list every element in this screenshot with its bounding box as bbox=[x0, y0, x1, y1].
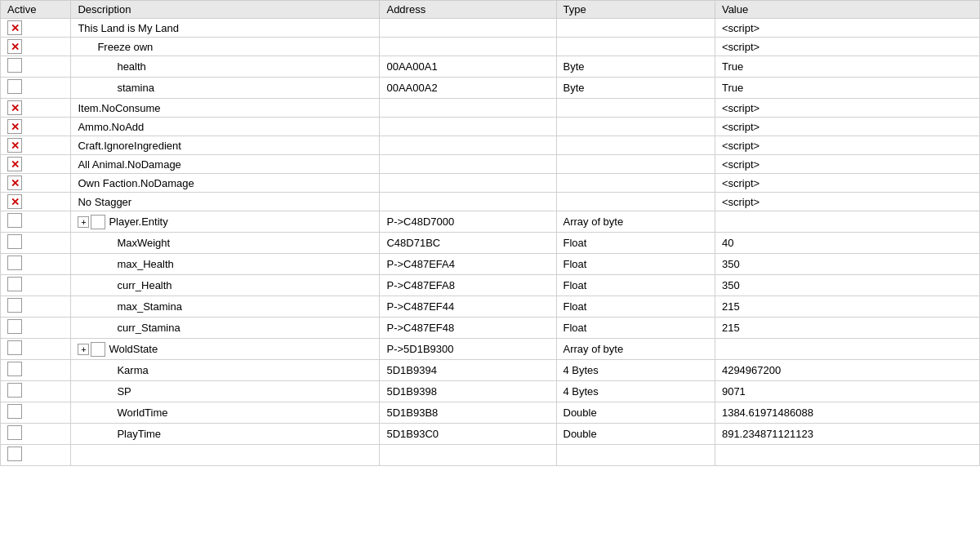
checkbox-unchecked[interactable] bbox=[7, 79, 22, 94]
description-cell: Karma bbox=[71, 360, 380, 381]
value-cell[interactable]: <script> bbox=[715, 118, 979, 136]
value-cell[interactable]: 891.234871121123 bbox=[715, 424, 979, 445]
checkbox-checked[interactable]: ✕ bbox=[7, 119, 22, 134]
description-cell: Own Faction.NoDamage bbox=[71, 174, 380, 193]
active-cell[interactable] bbox=[1, 78, 71, 99]
active-cell[interactable]: ✕ bbox=[1, 38, 71, 56]
active-cell[interactable] bbox=[1, 381, 71, 402]
active-cell[interactable]: ✕ bbox=[1, 174, 71, 193]
table-row: ✕All Animal.NoDamage<script> bbox=[1, 155, 980, 174]
address-cell bbox=[380, 38, 556, 56]
active-cell[interactable]: ✕ bbox=[1, 99, 71, 118]
address-cell: P->5D1B9300 bbox=[380, 339, 556, 360]
active-cell[interactable]: ✕ bbox=[1, 118, 71, 136]
active-cell[interactable] bbox=[1, 318, 71, 339]
table-row: health00AA00A1ByteTrue bbox=[1, 56, 980, 78]
active-cell[interactable] bbox=[1, 360, 71, 381]
value-cell[interactable] bbox=[715, 339, 979, 360]
value-cell[interactable]: 350 bbox=[715, 275, 979, 296]
checkbox-checked[interactable]: ✕ bbox=[7, 194, 22, 209]
description-label: max_Stamina bbox=[117, 300, 181, 313]
expander-button[interactable]: + bbox=[78, 344, 89, 355]
checkbox-checked[interactable]: ✕ bbox=[7, 39, 22, 54]
checkbox-checked[interactable]: ✕ bbox=[7, 176, 22, 190]
value-cell[interactable]: 350 bbox=[715, 254, 979, 275]
value-cell[interactable]: True bbox=[715, 56, 979, 78]
table-row: ✕Item.NoConsume<script> bbox=[1, 99, 980, 118]
header-type: Type bbox=[556, 1, 715, 19]
description-cell: Freeze own bbox=[71, 38, 380, 56]
active-cell[interactable]: ✕ bbox=[1, 155, 71, 174]
checkbox-unchecked[interactable] bbox=[7, 425, 22, 440]
value-cell[interactable]: True bbox=[715, 78, 979, 99]
value-cell[interactable]: <script> bbox=[715, 174, 979, 193]
active-cell[interactable] bbox=[1, 211, 71, 233]
description-label: curr_Health bbox=[117, 279, 172, 291]
checkbox-unchecked[interactable] bbox=[7, 213, 22, 228]
checkbox-unchecked[interactable] bbox=[91, 215, 105, 229]
type-cell bbox=[556, 155, 715, 174]
value-cell[interactable]: <script> bbox=[715, 19, 979, 38]
type-cell: Float bbox=[556, 318, 715, 339]
address-cell bbox=[380, 19, 556, 38]
table-row: PlayTime5D1B93C0Double891.234871121123 bbox=[1, 424, 980, 445]
address-cell: P->C487EF44 bbox=[380, 296, 556, 318]
active-cell[interactable] bbox=[1, 56, 71, 78]
value-cell[interactable]: <script> bbox=[715, 38, 979, 56]
checkbox-unchecked[interactable] bbox=[7, 58, 22, 73]
checkbox-unchecked[interactable] bbox=[7, 383, 22, 398]
checkbox-unchecked[interactable] bbox=[7, 362, 22, 376]
checkbox-unchecked[interactable] bbox=[7, 277, 22, 291]
active-cell[interactable] bbox=[1, 424, 71, 445]
description-cell: +Player.Entity bbox=[71, 211, 380, 233]
value-cell[interactable]: <script> bbox=[715, 99, 979, 118]
description-cell: WorldTime bbox=[71, 402, 380, 424]
value-cell[interactable]: <script> bbox=[715, 155, 979, 174]
checkbox-checked[interactable]: ✕ bbox=[7, 157, 22, 171]
description-label: WoldState bbox=[109, 343, 158, 355]
checkbox-unchecked[interactable] bbox=[7, 404, 22, 419]
description-label: All Animal.NoDamage bbox=[78, 158, 180, 171]
description-label: PlayTime bbox=[117, 428, 161, 440]
checkbox-checked[interactable]: ✕ bbox=[7, 20, 22, 35]
active-cell[interactable] bbox=[1, 233, 71, 254]
active-cell[interactable]: ✕ bbox=[1, 136, 71, 155]
description-label: Player.Entity bbox=[109, 216, 167, 228]
address-cell: P->C48D7000 bbox=[380, 211, 556, 233]
value-cell[interactable]: <script> bbox=[715, 136, 979, 155]
checkbox-unchecked[interactable] bbox=[91, 342, 105, 357]
value-cell[interactable]: 40 bbox=[715, 233, 979, 254]
description-cell: MaxWeight bbox=[71, 233, 380, 254]
checkbox-checked[interactable]: ✕ bbox=[7, 100, 22, 115]
value-cell[interactable]: 215 bbox=[715, 296, 979, 318]
value-cell[interactable]: 1384.61971486088 bbox=[715, 402, 979, 424]
checkbox-unchecked[interactable] bbox=[7, 319, 22, 334]
active-cell[interactable] bbox=[1, 402, 71, 424]
checkbox-unchecked[interactable] bbox=[7, 340, 22, 355]
description-label: Ammo.NoAdd bbox=[78, 121, 144, 133]
expander-button[interactable]: + bbox=[78, 216, 89, 228]
checkbox-unchecked[interactable] bbox=[7, 447, 22, 461]
value-cell[interactable]: 215 bbox=[715, 318, 979, 339]
active-cell[interactable] bbox=[1, 254, 71, 275]
value-cell[interactable]: 9071 bbox=[715, 381, 979, 402]
active-cell[interactable] bbox=[1, 445, 71, 466]
value-cell[interactable]: <script> bbox=[715, 193, 979, 211]
active-cell[interactable] bbox=[1, 339, 71, 360]
table-row: ✕This Land is My Land<script> bbox=[1, 19, 980, 38]
table-row: stamina00AA00A2ByteTrue bbox=[1, 78, 980, 99]
active-cell[interactable] bbox=[1, 296, 71, 318]
checkbox-unchecked[interactable] bbox=[7, 298, 22, 313]
checkbox-unchecked[interactable] bbox=[7, 256, 22, 270]
value-cell[interactable] bbox=[715, 445, 979, 466]
value-cell[interactable] bbox=[715, 211, 979, 233]
value-cell[interactable]: 4294967200 bbox=[715, 360, 979, 381]
active-cell[interactable]: ✕ bbox=[1, 193, 71, 211]
checkbox-unchecked[interactable] bbox=[7, 234, 22, 249]
table-row: ✕Own Faction.NoDamage<script> bbox=[1, 174, 980, 193]
active-cell[interactable]: ✕ bbox=[1, 19, 71, 38]
checkbox-checked[interactable]: ✕ bbox=[7, 138, 22, 153]
active-cell[interactable] bbox=[1, 275, 71, 296]
address-cell bbox=[380, 99, 556, 118]
description-cell: Item.NoConsume bbox=[71, 99, 380, 118]
